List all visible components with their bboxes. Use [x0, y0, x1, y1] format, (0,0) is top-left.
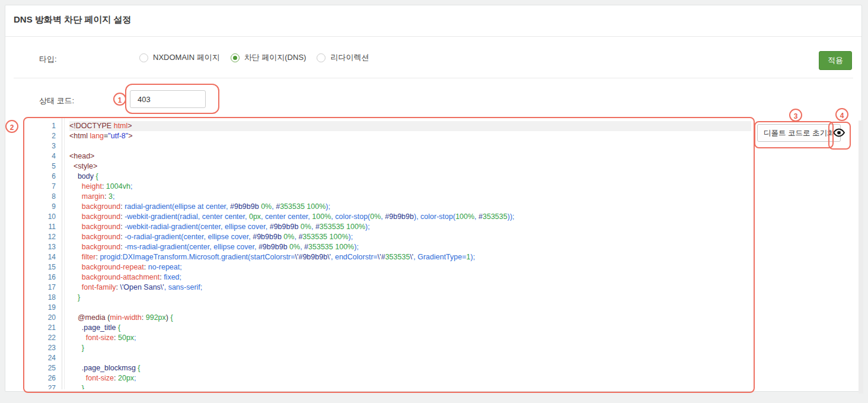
page-title: DNS 방화벽 차단 페이지 설정 [14, 14, 131, 26]
line-number: 10 [24, 212, 62, 222]
code-line[interactable]: background: radial-gradient(ellipse at c… [69, 202, 751, 212]
code-line[interactable]: body { [69, 172, 751, 182]
line-number: 1 [24, 121, 62, 131]
code-line[interactable]: margin: 3; [69, 192, 751, 202]
status-code-input[interactable] [130, 90, 206, 108]
annotation-number-1: 1 [113, 93, 126, 106]
line-number: 18 [24, 293, 62, 303]
code-line[interactable]: } [69, 293, 751, 303]
radio-label: 차단 페이지(DNS) [244, 52, 307, 63]
code-editor[interactable]: 1234567891011121314151617181920212223242… [24, 118, 751, 389]
editor-gutter: 1234567891011121314151617181920212223242… [24, 118, 62, 389]
type-row-divider [14, 78, 853, 78]
line-number: 6 [24, 172, 62, 182]
code-line[interactable]: <head> [69, 151, 751, 161]
line-number: 14 [24, 252, 62, 262]
annotation-number-4: 4 [835, 108, 848, 121]
code-line[interactable]: font-size: 50px; [69, 333, 751, 343]
line-number: 26 [24, 373, 62, 383]
line-number: 20 [24, 313, 62, 323]
radio-unselected-icon [139, 53, 148, 62]
line-number: 16 [24, 272, 62, 283]
radio-label: NXDOMAIN 페이지 [153, 52, 220, 63]
code-line[interactable]: filter: progid:DXImageTransform.Microsof… [69, 252, 751, 262]
code-line[interactable]: <!DOCTYPE html> [69, 121, 751, 131]
type-label: 타입: [39, 54, 57, 65]
radio-selected-icon [231, 53, 240, 62]
line-number: 12 [24, 232, 62, 242]
line-number: 5 [24, 161, 62, 172]
line-number: 7 [24, 182, 62, 192]
code-line[interactable] [69, 353, 751, 363]
status-code-label: 상태 코드: [39, 96, 74, 106]
annotation-number-3: 3 [789, 109, 802, 122]
code-line[interactable] [69, 303, 751, 313]
code-line[interactable]: background-repeat: no-repeat; [69, 262, 751, 272]
code-line[interactable]: height: 1004vh; [69, 182, 751, 192]
code-line[interactable]: .page_blockmsg { [69, 363, 751, 373]
reset-default-code-button[interactable]: 디폴트 코드로 초기화 [757, 124, 841, 142]
line-number: 3 [24, 141, 62, 151]
code-line[interactable]: @media (min-width: 992px) { [69, 313, 751, 323]
code-line[interactable]: <html lang="utf-8"> [69, 131, 751, 141]
eye-icon [832, 128, 845, 139]
page: { "page": { "title": "DNS 방화벽 차단 페이지 설정"… [0, 0, 868, 403]
code-line[interactable]: background: -webkit-gradient(radial, cen… [69, 212, 751, 222]
radio-label: 리다이렉션 [330, 52, 369, 63]
preview-button[interactable] [831, 126, 847, 141]
code-line[interactable]: font-size: 20px; [69, 373, 751, 383]
line-number: 9 [24, 202, 62, 212]
type-radio-option-2[interactable]: 차단 페이지(DNS) [231, 52, 307, 63]
code-line[interactable]: background: -webkit-radial-gradient(cent… [69, 222, 751, 232]
line-number: 21 [24, 323, 62, 333]
line-number: 27 [24, 383, 62, 389]
line-number: 8 [24, 192, 62, 202]
type-radio-option-1[interactable]: NXDOMAIN 페이지 [139, 52, 220, 63]
line-number: 17 [24, 283, 62, 293]
code-line[interactable] [69, 141, 751, 151]
line-number: 2 [24, 131, 62, 141]
code-line[interactable]: } [69, 343, 751, 353]
radio-unselected-icon [317, 53, 326, 62]
line-number: 19 [24, 303, 62, 313]
type-radio-option-3[interactable]: 리다이렉션 [317, 52, 369, 63]
editor-code-area[interactable]: <!DOCTYPE html><html lang="utf-8"> <head… [64, 118, 751, 389]
line-number: 15 [24, 262, 62, 272]
title-divider [5, 36, 861, 37]
code-line[interactable]: <style> [69, 161, 751, 172]
code-line[interactable]: font-family: \'Open Sans\', sans-serif; [69, 283, 751, 293]
code-line[interactable]: .page_title { [69, 323, 751, 333]
apply-button[interactable]: 적용 [819, 51, 852, 70]
code-line[interactable]: background-attachment: fixed; [69, 272, 751, 283]
code-line[interactable]: background: -ms-radial-gradient(center, … [69, 242, 751, 252]
line-number: 22 [24, 333, 62, 343]
code-line[interactable]: background: -o-radial-gradient(center, e… [69, 232, 751, 242]
type-radio-group: NXDOMAIN 페이지차단 페이지(DNS)리다이렉션 [139, 52, 369, 64]
settings-panel: DNS 방화벽 차단 페이지 설정 타입: NXDOMAIN 페이지차단 페이지… [5, 5, 862, 392]
line-number: 23 [24, 343, 62, 353]
line-number: 25 [24, 363, 62, 373]
annotation-number-2: 2 [5, 120, 18, 133]
line-number: 11 [24, 222, 62, 232]
line-number: 4 [24, 151, 62, 161]
line-number: 24 [24, 353, 62, 363]
right-divider-strip [859, 120, 863, 394]
line-number: 13 [24, 242, 62, 252]
code-line[interactable]: } [69, 383, 751, 389]
